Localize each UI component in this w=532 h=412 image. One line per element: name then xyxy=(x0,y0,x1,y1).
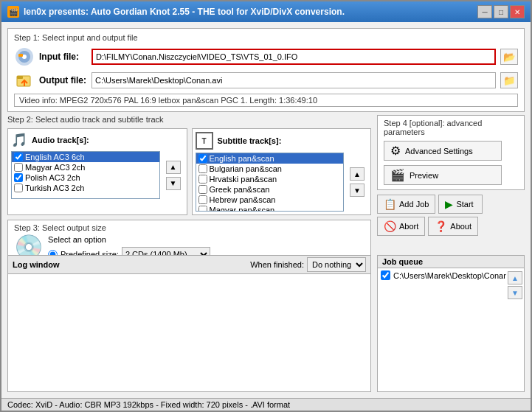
list-item[interactable]: Hrvatski pan&scan xyxy=(196,174,344,184)
subtitle-track-name-4: Hebrew pan&scan xyxy=(210,195,276,204)
video-info: Video info: MPEG2 720x576 PAL 16:9 letbo… xyxy=(14,94,518,107)
about-label: About xyxy=(450,222,471,231)
audio-track-checkbox-0[interactable] xyxy=(14,153,23,161)
close-button[interactable]: ✕ xyxy=(510,5,525,18)
list-item[interactable]: Turkish AC3 2ch xyxy=(12,183,159,193)
audio-track-checkbox-2[interactable] xyxy=(14,173,23,182)
advanced-settings-button[interactable]: ⚙ Advanced Settings xyxy=(384,141,502,161)
preview-button[interactable]: 🎬 Preview xyxy=(384,165,502,185)
subtitle-track-checkbox-4[interactable] xyxy=(198,195,207,204)
middle-section: Step 2: Select audio track and subtitle … xyxy=(7,115,525,252)
when-finished-label: When finished: xyxy=(250,260,304,269)
svg-rect-3 xyxy=(18,54,23,57)
subtitle-track-name-2: Hrvatski pan&scan xyxy=(210,175,277,184)
audio-track-name-3: Turkish AC3 2ch xyxy=(25,184,84,192)
input-file-field[interactable] xyxy=(91,49,496,65)
audio-tracks-box: 🎵 Audio track[s]: English AC3 6ch xyxy=(7,128,187,215)
subtitle-icon: T xyxy=(196,132,213,150)
maximize-button[interactable]: □ xyxy=(494,5,508,18)
step1-title: Step 1: Select input and output file xyxy=(14,33,518,42)
app-icon: 🎬 xyxy=(7,6,19,18)
subtitle-track-checkbox-3[interactable] xyxy=(198,185,207,194)
add-job-button[interactable]: 📋 Add Job xyxy=(377,195,435,214)
film-icon: 🎬 xyxy=(390,168,405,182)
gear-icon: ⚙ xyxy=(390,144,401,158)
right-section: Step 4 [optional]: advanced parameters ⚙… xyxy=(377,115,525,252)
audio-arrows: ▲ ▼ xyxy=(163,151,184,199)
output-file-label: Output file: xyxy=(39,75,87,85)
title-bar: 🎬 len0x presents: Auto Gordian Knot 2.55… xyxy=(1,1,531,22)
abort-button[interactable]: 🚫 Abort xyxy=(377,217,425,236)
subtitle-track-name-3: Greek pan&scan xyxy=(210,185,270,194)
list-item[interactable]: English AC3 6ch xyxy=(12,152,159,162)
input-browse-button[interactable]: 📂 xyxy=(500,49,518,65)
start-icon: ▶ xyxy=(445,198,453,210)
subtitle-track-name-1: Bulgarian pan&scan xyxy=(210,164,282,173)
job-item-name-0: C:\Users\Marek\Desktop\Conan.avi xyxy=(393,271,506,280)
folder-icon: 📁 xyxy=(503,75,516,86)
folder-open-icon: 📂 xyxy=(503,52,516,63)
subtitle-down-button[interactable]: ▼ xyxy=(350,184,365,197)
job-queue-list: C:\Users\Marek\Desktop\Conan.avi xyxy=(378,268,506,391)
main-content: Step 1: Select input and output file Inp… xyxy=(1,22,531,398)
output-file-field[interactable] xyxy=(91,72,496,88)
about-button[interactable]: ❓ About xyxy=(428,217,478,236)
list-item[interactable]: Magyar pan&scan xyxy=(196,205,344,212)
audio-up-button[interactable]: ▲ xyxy=(166,161,181,174)
job-queue-header: Job queue xyxy=(378,256,524,268)
job-item-checkbox-0[interactable] xyxy=(381,270,390,280)
audio-track-checkbox-1[interactable] xyxy=(14,163,23,172)
audio-track-name-0: English AC3 6ch xyxy=(25,153,85,161)
bottom-section: Log window When finished: Do nothing Shu… xyxy=(7,255,525,392)
subtitle-track-controls: English pan&scan Bulgarian pan&scan Hrva… xyxy=(196,153,368,212)
subtitle-tracks-box: T Subtitle track[s]: English pan&scan xyxy=(192,128,372,215)
subtitle-header: T Subtitle track[s]: xyxy=(196,132,368,150)
job-down-button[interactable]: ▼ xyxy=(508,286,522,299)
abort-label: Abort xyxy=(399,222,418,231)
job-up-button[interactable]: ▲ xyxy=(508,271,522,284)
music-icon: 🎵 xyxy=(11,132,27,148)
list-item[interactable]: Hebrew pan&scan xyxy=(196,195,344,205)
list-item[interactable]: Magyar AC3 2ch xyxy=(12,162,159,172)
audio-down-button[interactable]: ▼ xyxy=(166,177,181,190)
output-file-icon xyxy=(14,70,35,91)
title-bar-left: 🎬 len0x presents: Auto Gordian Knot 2.55… xyxy=(7,6,345,18)
preview-label: Preview xyxy=(410,171,438,180)
job-queue: Job queue C:\Users\Marek\Desktop\Conan.a… xyxy=(377,255,525,392)
output-browse-button[interactable]: 📁 xyxy=(500,72,518,88)
step3-title: Step 3: Select output size xyxy=(14,223,365,232)
step2-label: Step 2: Select audio track and subtitle … xyxy=(7,115,371,124)
when-finished-row: When finished: Do nothing Shutdown Hiber… xyxy=(250,257,366,272)
list-item[interactable]: English pan&scan xyxy=(196,153,344,164)
subtitle-track-checkbox-5[interactable] xyxy=(198,206,207,212)
add-job-label: Add Job xyxy=(399,200,429,209)
subtitle-up-button[interactable]: ▲ xyxy=(350,167,365,181)
when-finished-select[interactable]: Do nothing Shutdown Hibernate Standby xyxy=(307,257,366,272)
window-title: len0x presents: Auto Gordian Knot 2.55 -… xyxy=(24,7,345,17)
list-item[interactable]: Greek pan&scan xyxy=(196,184,344,195)
subtitle-tracks-label: Subtitle track[s]: xyxy=(218,136,282,145)
list-item[interactable]: C:\Users\Marek\Desktop\Conan.avi xyxy=(379,270,505,281)
audio-header: 🎵 Audio track[s]: xyxy=(11,132,184,148)
minimize-button[interactable]: ─ xyxy=(477,5,492,18)
start-button[interactable]: ▶ Start xyxy=(438,195,483,214)
input-file-label: Input file: xyxy=(39,52,87,62)
input-file-row: Input file: 📂 xyxy=(14,46,518,67)
title-buttons: ─ □ ✕ xyxy=(477,5,525,18)
svg-rect-5 xyxy=(17,76,23,79)
step4-buttons: ⚙ Advanced Settings 🎬 Preview xyxy=(384,141,518,185)
log-content xyxy=(8,274,370,391)
step3-inner-label: Select an option xyxy=(48,235,365,244)
subtitle-track-checkbox-2[interactable] xyxy=(198,175,207,184)
list-item[interactable]: Polish AC3 2ch xyxy=(12,172,159,183)
add-job-icon: 📋 xyxy=(384,198,396,210)
job-arrows: ▲ ▼ xyxy=(506,268,524,391)
list-item[interactable]: Bulgarian pan&scan xyxy=(196,164,344,174)
subtitle-track-checkbox-1[interactable] xyxy=(198,164,207,173)
advanced-settings-label: Advanced Settings xyxy=(405,147,473,156)
subtitle-track-checkbox-0[interactable] xyxy=(198,154,207,163)
about-icon: ❓ xyxy=(435,220,447,232)
audio-track-checkbox-3[interactable] xyxy=(14,184,23,192)
input-file-icon xyxy=(14,46,35,67)
tracks-row: 🎵 Audio track[s]: English AC3 6ch xyxy=(7,128,371,215)
